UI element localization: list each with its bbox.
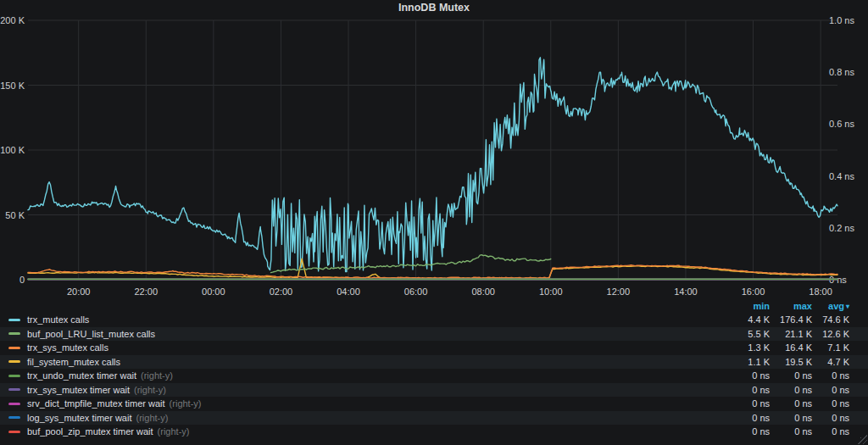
left-axis-tick-label: 200 K — [0, 15, 25, 25]
grafana-panel: InnoDB Mutex 050 K100 K150 K200 K0 ns0.2… — [0, 0, 868, 445]
x-axis-tick-label: 10:00 — [539, 286, 563, 297]
x-axis-tick-label: 08:00 — [471, 286, 495, 297]
series-color-dash[interactable] — [8, 319, 20, 321]
legend-value-min: 4.4 K — [722, 314, 770, 325]
panel-title[interactable]: InnoDB Mutex — [0, 0, 868, 16]
right-axis-tick-label: 0.8 ns — [829, 67, 854, 77]
legend-value-min: 0 ns — [722, 370, 770, 381]
series-label[interactable]: buf_pool_zip_mutex timer wait — [27, 426, 153, 437]
legend-value-min: 1.3 K — [722, 342, 770, 353]
x-axis-tick-label: 16:00 — [742, 286, 765, 297]
legend-value-avg: 12.6 K — [812, 329, 849, 339]
legend-value-avg: 4.7 K — [812, 357, 849, 367]
legend-row: trx_mutex calls4.4 K176.4 K74.6 K — [0, 313, 868, 327]
series-color-dash[interactable] — [8, 375, 20, 377]
legend-value-max: 16.4 K — [770, 342, 812, 353]
legend-table: min max avg▾ trx_mutex calls4.4 K176.4 K… — [0, 298, 868, 439]
series-label[interactable]: buf_pool_LRU_list_mutex calls — [27, 329, 155, 339]
series-axis-suffix: (right-y) — [158, 426, 190, 437]
x-axis-tick-label: 14:00 — [674, 286, 698, 297]
series-label[interactable]: log_sys_mutex timer wait — [27, 413, 132, 423]
series-color-dash[interactable] — [8, 416, 20, 419]
series-color-dash[interactable] — [8, 403, 20, 405]
right-axis-tick-label: 0.6 ns — [829, 119, 854, 129]
x-axis-tick-label: 22:00 — [135, 286, 159, 297]
legend-row: srv_dict_tmpfile_mutex timer wait(right-… — [0, 397, 868, 411]
series-label[interactable]: trx_mutex calls — [27, 314, 89, 325]
legend-rows: trx_mutex calls4.4 K176.4 K74.6 Kbuf_poo… — [0, 313, 868, 439]
legend-value-avg: 0 ns — [812, 426, 849, 437]
legend-value-min: 0 ns — [722, 385, 770, 395]
series-label[interactable]: fil_system_mutex calls — [27, 357, 120, 367]
legend-value-max: 0 ns — [770, 370, 812, 381]
legend-value-max: 0 ns — [770, 398, 812, 409]
x-axis-tick-label: 06:00 — [404, 286, 428, 297]
left-axis-tick-label: 150 K — [0, 81, 25, 91]
legend-value-avg: 0 ns — [812, 413, 849, 423]
series-line-trx-mutex-calls — [28, 58, 837, 272]
legend-sort-min[interactable]: min — [722, 301, 770, 311]
legend-header: min max avg▾ — [0, 298, 868, 313]
legend-value-min: 5.5 K — [722, 329, 770, 339]
series-line-buf-pool-lru-list-mutex-calls — [271, 255, 551, 273]
series-axis-suffix: (right-y) — [170, 398, 202, 409]
legend-value-min: 0 ns — [722, 398, 770, 409]
legend-value-avg: 0 ns — [812, 370, 849, 381]
legend-sort-max[interactable]: max — [770, 301, 812, 311]
right-axis-tick-label: 0.2 ns — [829, 223, 854, 233]
series-label[interactable]: srv_dict_tmpfile_mutex timer wait — [27, 398, 165, 409]
series-color-dash[interactable] — [8, 332, 20, 335]
legend-value-max: 0 ns — [770, 426, 812, 437]
right-axis-tick-label: 0.4 ns — [829, 171, 854, 181]
legend-value-min: 1.1 K — [722, 357, 770, 367]
legend-row: trx_sys_mutex timer wait(right-y)0 ns0 n… — [0, 383, 868, 398]
x-axis-tick-label: 02:00 — [270, 286, 293, 297]
legend-value-max: 0 ns — [770, 413, 812, 423]
x-axis-tick-label: 20:00 — [67, 286, 91, 297]
legend-value-min: 0 ns — [722, 413, 770, 423]
legend-value-avg: 74.6 K — [812, 314, 849, 325]
panel-resize-handle[interactable] — [858, 435, 867, 444]
time-series-chart[interactable]: 050 K100 K150 K200 K0 ns0.2 ns0.4 ns0.6 … — [0, 0, 868, 298]
legend-value-avg: 0 ns — [812, 385, 849, 395]
legend-value-avg: 0 ns — [812, 398, 849, 409]
legend-row: buf_pool_zip_mutex timer wait(right-y)0 … — [0, 425, 868, 439]
legend-row: trx_sys_mutex calls1.3 K16.4 K7.1 K — [0, 341, 868, 355]
left-axis-tick-label: 100 K — [0, 145, 25, 155]
left-axis-tick-label: 0 — [19, 275, 25, 285]
x-axis-tick-label: 18:00 — [809, 286, 832, 297]
right-axis-tick-label: 1.0 ns — [829, 15, 854, 25]
x-axis-tick-label: 00:00 — [202, 286, 225, 297]
series-label[interactable]: trx_undo_mutex timer wait — [27, 370, 136, 381]
legend-row: trx_undo_mutex timer wait(right-y)0 ns0 … — [0, 369, 868, 383]
legend-sort-avg[interactable]: avg▾ — [812, 301, 849, 311]
series-axis-suffix: (right-y) — [134, 385, 166, 395]
legend-row: log_sys_mutex timer wait(right-y)0 ns0 n… — [0, 411, 868, 426]
legend-value-min: 0 ns — [722, 426, 770, 437]
legend-row: fil_system_mutex calls1.1 K19.5 K4.7 K — [0, 355, 868, 370]
left-axis-tick-label: 50 K — [5, 210, 25, 220]
legend-value-avg: 7.1 K — [812, 342, 849, 353]
series-color-dash[interactable] — [8, 360, 20, 363]
series-color-dash[interactable] — [8, 347, 20, 349]
legend-value-max: 19.5 K — [770, 357, 812, 367]
series-color-dash[interactable] — [8, 388, 20, 391]
series-axis-suffix: (right-y) — [136, 413, 169, 423]
series-axis-suffix: (right-y) — [141, 370, 173, 381]
x-axis-tick-label: 12:00 — [607, 286, 631, 297]
series-line-trx-sys-mutex-calls — [28, 265, 837, 279]
legend-row: buf_pool_LRU_list_mutex calls5.5 K21.1 K… — [0, 327, 868, 342]
legend-value-max: 176.4 K — [770, 314, 812, 325]
legend-value-max: 0 ns — [770, 385, 812, 395]
series-label[interactable]: trx_sys_mutex calls — [27, 342, 108, 353]
series-color-dash[interactable] — [8, 431, 20, 433]
x-axis-tick-label: 04:00 — [337, 286, 360, 297]
series-label[interactable]: trx_sys_mutex timer wait — [27, 385, 130, 395]
sort-caret-icon: ▾ — [846, 303, 849, 310]
legend-sort-avg-label: avg — [828, 301, 844, 311]
legend-value-max: 21.1 K — [770, 329, 812, 339]
